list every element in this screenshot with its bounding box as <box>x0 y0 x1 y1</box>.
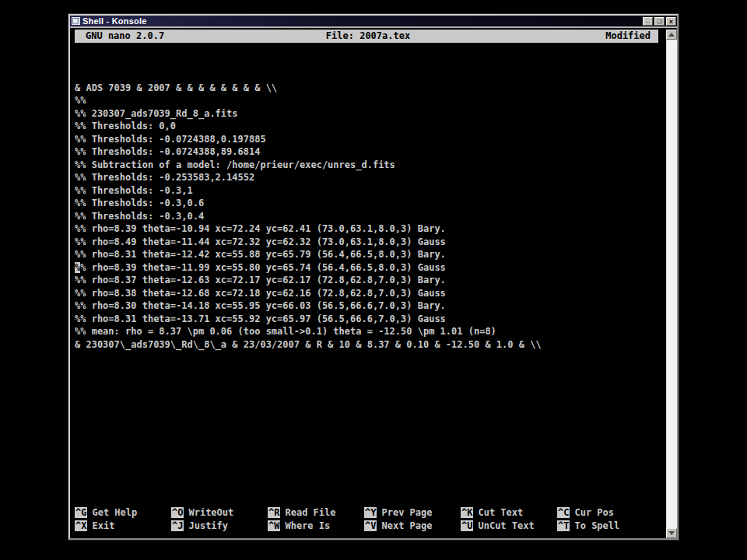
editor-line: %% rho=8.49 theta=-11.44 xc=72.32 yc=62.… <box>75 236 658 249</box>
shortcut-label: Exit <box>92 520 114 531</box>
arrow-down-icon <box>668 531 675 535</box>
shortcut-key: ^V <box>364 520 377 531</box>
shortcut-label: Get Help <box>92 507 137 518</box>
shortcut-key: ^X <box>75 520 87 531</box>
shortcut-key: ^J <box>171 520 184 531</box>
editor-line: %% Thresholds: 0,0 <box>75 120 658 133</box>
shortcut-key: ^O <box>171 507 184 518</box>
shortcut-uncut-text[interactable]: ^UUnCut Text <box>461 520 557 533</box>
shortcut-label: Cut Text <box>478 507 523 518</box>
shortcut-row: ^GGet Help^OWriteOut^RRead File^YPrev Pa… <box>75 506 658 520</box>
editor-text-area[interactable]: & ADS 7039 & 2007 & & & & & & & & \\%%%%… <box>75 43 658 351</box>
editor-line: %% Thresholds: -0.3,0.6 <box>75 197 658 210</box>
shortcut-key: ^R <box>268 507 280 518</box>
shortcut-key: ^C <box>557 507 570 518</box>
shortcut-label: Prev Page <box>381 507 432 518</box>
editor-line: %% Subtraction of a model: /home/prieur/… <box>75 159 658 172</box>
shortcut-key: ^Y <box>364 507 377 518</box>
editor-line: %% rho=8.31 theta=-13.71 xc=55.92 yc=65.… <box>75 313 658 326</box>
shortcut-cut-text[interactable]: ^KCut Text <box>461 506 557 520</box>
window-controls: _ ❏ × <box>643 17 676 26</box>
shortcut-label: WriteOut <box>188 507 233 518</box>
minimize-button[interactable]: _ <box>643 17 653 26</box>
text-cursor: % <box>75 262 80 273</box>
shortcut-key: ^T <box>557 520 570 531</box>
shortcut-label: UnCut Text <box>478 520 534 531</box>
nano-titlebar: GNU nano 2.0.7 File: 2007a.tex Modified <box>75 30 658 43</box>
shortcut-label: Read File <box>285 507 335 518</box>
window-titlebar[interactable]: Shell - Konsole _ ❏ × <box>70 16 677 26</box>
editor-line: %% mean: rho = 8.37 \pm 0.06 (too small-… <box>75 325 658 338</box>
editor-line <box>75 43 658 56</box>
nano-filename: File: 2007a.tex <box>326 30 410 43</box>
shortcut-writeout[interactable]: ^OWriteOut <box>171 506 268 520</box>
shortcut-key: ^W <box>268 520 280 531</box>
shortcut-prev-page[interactable]: ^YPrev Page <box>364 506 461 520</box>
editor-line: & ADS 7039 & 2007 & & & & & & & & \\ <box>75 82 658 95</box>
shortcut-key: ^G <box>75 507 87 518</box>
nano-version: GNU nano 2.0.7 <box>86 30 326 43</box>
shortcut-row: ^XExit^JJustify^WWhere Is^VNext Page^UUn… <box>75 520 658 533</box>
editor-line: %% rho=8.37 theta=-12.63 xc=72.17 yc=62.… <box>75 274 658 287</box>
scroll-up-button[interactable] <box>666 30 677 40</box>
scrollbar[interactable] <box>666 30 677 538</box>
shortcut-justify[interactable]: ^JJustify <box>171 520 268 533</box>
scrollbar-track[interactable] <box>666 40 677 528</box>
nano-modified-flag: Modified <box>410 30 651 43</box>
shortcut-label: Next Page <box>381 520 432 531</box>
restore-button[interactable]: ❏ <box>654 17 665 26</box>
editor-line: %% Thresholds: -0.3,1 <box>75 184 658 198</box>
shortcut-read-file[interactable]: ^RRead File <box>268 506 364 520</box>
shortcut-key: ^K <box>461 507 473 518</box>
shortcut-where-is[interactable]: ^WWhere Is <box>268 520 364 533</box>
editor-line: %% rho=8.39 theta=-11.99 xc=55.80 yc=65.… <box>75 261 658 275</box>
editor-line: %% 230307_ads7039_Rd_8_a.fits <box>75 107 658 121</box>
editor-line <box>75 68 658 82</box>
editor-line: %% Thresholds: -0.253583,2.14552 <box>75 171 658 184</box>
shortcut-key: ^U <box>461 520 473 531</box>
editor-line: & 230307\_ads7039\_Rd\_8\_a & 23/03/2007… <box>75 338 658 352</box>
nano-shortcut-bar: ^GGet Help^OWriteOut^RRead File^YPrev Pa… <box>75 506 658 532</box>
terminal-client-area: GNU nano 2.0.7 File: 2007a.tex Modified … <box>70 26 677 538</box>
editor-line: %% rho=8.31 theta=-12.42 xc=55.88 yc=65.… <box>75 248 658 261</box>
scroll-down-button[interactable] <box>666 528 677 538</box>
shortcut-get-help[interactable]: ^GGet Help <box>75 506 171 520</box>
shortcut-label: Justify <box>188 520 228 531</box>
shortcut-label: Cur Pos <box>574 507 614 518</box>
editor-line: %% rho=8.39 theta=-10.94 xc=72.24 yc=62.… <box>75 222 658 236</box>
editor-line: %% <box>75 94 658 107</box>
editor-line: %% rho=8.30 theta=-14.18 xc=55.95 yc=66.… <box>75 299 658 313</box>
window-title: Shell - Konsole <box>82 16 643 26</box>
shortcut-cur-pos[interactable]: ^CCur Pos <box>557 506 658 520</box>
shortcut-next-page[interactable]: ^VNext Page <box>364 520 461 533</box>
editor-line: %% Thresholds: -0.0724388,0.197885 <box>75 133 658 146</box>
konsole-window: Shell - Konsole _ ❏ × GNU nano 2.0.7 Fil… <box>68 14 679 540</box>
close-button[interactable]: × <box>666 17 676 26</box>
shortcut-label: Where Is <box>285 520 330 531</box>
arrow-up-icon <box>668 33 675 37</box>
shortcut-to-spell[interactable]: ^TTo Spell <box>557 520 658 533</box>
editor-line: %% Thresholds: -0.3,0.4 <box>75 210 658 223</box>
nano-editor: GNU nano 2.0.7 File: 2007a.tex Modified … <box>75 28 658 538</box>
shortcut-exit[interactable]: ^XExit <box>75 520 171 533</box>
editor-line: %% rho=8.38 theta=-12.68 xc=72.18 yc=62.… <box>75 287 658 300</box>
shortcut-label: To Spell <box>574 520 619 531</box>
editor-line <box>75 56 658 69</box>
konsole-app-icon <box>72 17 80 25</box>
editor-line: %% Thresholds: -0.0724388,89.6814 <box>75 145 658 159</box>
